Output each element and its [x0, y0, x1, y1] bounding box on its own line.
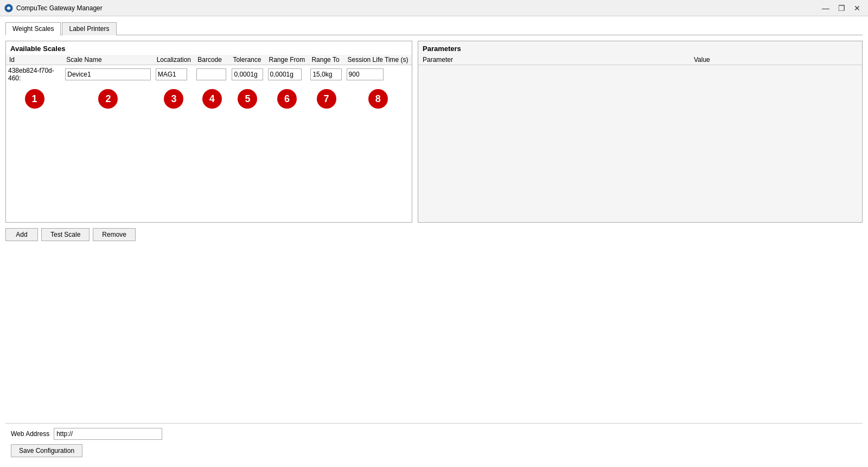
range-from-input[interactable]	[268, 68, 302, 80]
web-address-label: Web Address	[11, 430, 49, 438]
col-header-tol: Tolerance	[229, 55, 265, 65]
spacer	[5, 241, 863, 423]
main-content: Weight Scales Label Printers Available S…	[0, 16, 868, 467]
params-table: Parameter Value	[418, 55, 862, 65]
cell-range-from	[266, 65, 309, 84]
action-buttons: Add Test Scale Remove	[5, 228, 863, 241]
minimize-button[interactable]: —	[819, 3, 833, 13]
app-icon	[4, 4, 13, 12]
col-header-to: Range To	[308, 55, 344, 65]
scales-table: Id Scale Name Localization Barcode Toler…	[6, 55, 412, 114]
tab-label-printers[interactable]: Label Printers	[62, 22, 116, 35]
badge-1: 1	[25, 89, 44, 109]
session-life-input[interactable]	[347, 68, 384, 80]
bottom-bar: Web Address Save Configuration	[5, 423, 863, 462]
col-header-value: Value	[690, 55, 862, 65]
badge-8-cell: 8	[344, 84, 412, 114]
col-header-session: Session Life Time (s)	[344, 55, 412, 65]
params-table-header: Parameter Value	[418, 55, 862, 65]
badge-row: 1 2 3 4 5 6 7 8	[6, 84, 412, 114]
title-bar-left: CompuTec Gateway Manager	[4, 4, 103, 12]
localization-input[interactable]	[156, 68, 187, 80]
cell-range-to	[308, 65, 344, 84]
range-to-input[interactable]	[310, 68, 342, 80]
title-bar: CompuTec Gateway Manager — ❐ ✕	[0, 0, 868, 16]
badge-1-cell: 1	[6, 84, 63, 114]
col-header-barcode: Barcode	[194, 55, 229, 65]
col-header-from: Range From	[266, 55, 309, 65]
cell-session-life	[344, 65, 412, 84]
restore-button[interactable]: ❐	[835, 3, 848, 13]
col-header-parameter: Parameter	[418, 55, 690, 65]
scales-table-header: Id Scale Name Localization Barcode Toler…	[6, 55, 412, 65]
tolerance-input[interactable]	[232, 68, 263, 80]
badge-6-cell: 6	[266, 84, 309, 114]
badge-3: 3	[164, 89, 183, 109]
badge-3-cell: 3	[154, 84, 195, 114]
add-button[interactable]: Add	[5, 228, 38, 241]
available-scales-title: Available Scales	[6, 41, 412, 55]
parameters-panel: Parameters Parameter Value	[418, 41, 863, 223]
badge-8: 8	[368, 89, 388, 109]
save-configuration-button[interactable]: Save Configuration	[11, 444, 82, 457]
col-header-name: Scale Name	[63, 55, 153, 65]
cell-barcode	[194, 65, 229, 84]
tab-weight-scales[interactable]: Weight Scales	[5, 22, 61, 35]
title-bar-controls: — ❐ ✕	[819, 3, 864, 13]
col-header-id: Id	[6, 55, 63, 65]
save-button-row: Save Configuration	[11, 444, 857, 457]
close-button[interactable]: ✕	[851, 3, 864, 13]
cell-id: 438eb824-f70d-460:	[6, 65, 63, 84]
web-address-row: Web Address	[11, 428, 857, 440]
parameters-title: Parameters	[418, 41, 862, 55]
cell-tolerance	[229, 65, 265, 84]
app-title: CompuTec Gateway Manager	[16, 4, 103, 12]
web-address-input[interactable]	[54, 428, 162, 440]
badge-5: 5	[238, 89, 257, 109]
panels-row: Available Scales Id Scale Name Localizat…	[5, 41, 863, 223]
badge-4: 4	[202, 89, 222, 109]
cell-scale-name	[63, 65, 153, 84]
col-header-loc: Localization	[154, 55, 195, 65]
badge-6: 6	[277, 89, 297, 109]
badge-4-cell: 4	[194, 84, 229, 114]
badge-2: 2	[98, 89, 118, 109]
badge-7: 7	[317, 89, 336, 109]
badge-2-cell: 2	[63, 84, 153, 114]
scale-name-input[interactable]	[65, 68, 151, 80]
remove-button[interactable]: Remove	[93, 228, 136, 241]
tab-bar: Weight Scales Label Printers	[5, 22, 863, 35]
barcode-input[interactable]	[196, 68, 226, 80]
badge-5-cell: 5	[229, 84, 265, 114]
available-scales-panel: Available Scales Id Scale Name Localizat…	[5, 41, 412, 223]
badge-7-cell: 7	[308, 84, 344, 114]
test-scale-button[interactable]: Test Scale	[41, 228, 90, 241]
svg-point-1	[8, 7, 10, 9]
scale-data-row: 438eb824-f70d-460:	[6, 65, 412, 84]
cell-localization	[154, 65, 195, 84]
